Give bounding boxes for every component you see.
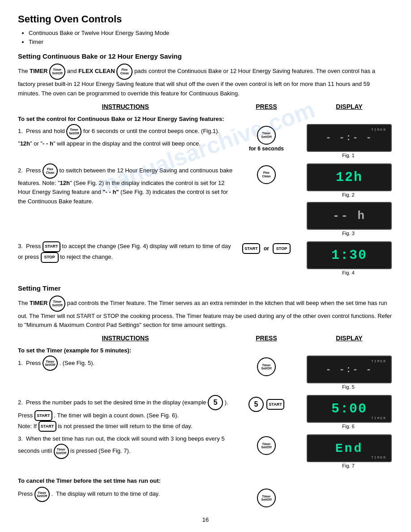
cancel-title: To cancel the Timer before the set time … xyxy=(18,477,161,484)
section2-step3: 3. When the set time has run out, the cl… xyxy=(18,434,233,459)
timer-btn-press-cancel: TimerSet/Off xyxy=(257,489,276,507)
section2-step2: 2. Press the number pads to set the desi… xyxy=(18,395,233,432)
bullet-item: Continuous Bake or Twelve Hour Energy Sa… xyxy=(29,29,393,38)
page-number: 16 xyxy=(18,516,393,523)
page-title: Setting Oven Controls xyxy=(18,13,393,25)
press-timer-step3: TimerSet/Off xyxy=(237,434,295,455)
start-btn-ts2: START xyxy=(34,410,52,421)
section1-step1: 1. Press and hold TimerSet/Off for 6 sec… xyxy=(18,124,233,149)
press-header: PRESS xyxy=(237,103,295,110)
fig5-label: TIMER xyxy=(371,359,386,363)
cancel-text: Press TimerSet/Off . The display will re… xyxy=(18,487,233,502)
timer-button-inline: TimerSet/Off xyxy=(49,64,65,80)
fig4-screen: 1:30 xyxy=(307,241,392,269)
fig7-caption: Fig. 7 xyxy=(342,463,356,468)
section2-intro: The TIMER TimerSet/Off pad controls the … xyxy=(18,296,393,330)
stop-btn-press3: STOP xyxy=(273,243,291,254)
section1-instructions-title: To set the control for Continuous Bake o… xyxy=(18,116,233,122)
section1-step2: 2. Press FlexClean to switch between the… xyxy=(18,163,233,206)
press-timer-step1: TimerSet/Off xyxy=(237,356,295,376)
timer-btn-cancel: TimerSet/Off xyxy=(34,487,50,502)
stop-btn-s3: STOP xyxy=(41,252,59,263)
instructions-header2: INSTRUCTIONS xyxy=(18,335,233,342)
fig5-caption: Fig. 5 xyxy=(342,384,356,390)
bullet-item: Timer xyxy=(29,38,393,47)
section1-intro: The TIMER TimerSet/Off and FLEX CLEAN Fl… xyxy=(18,64,393,99)
timer-btn-ts3: TimerSet/Off xyxy=(54,444,69,459)
timer-btn-press-t1: TimerSet/Off xyxy=(257,357,276,376)
start-btn-press3: START xyxy=(242,243,260,254)
start-btn-ts2-note: START xyxy=(39,421,56,432)
fig3-text: -- h xyxy=(333,209,366,223)
fig6-screen: TIMER 5:00 xyxy=(307,395,392,423)
display-fig4: 1:30 Fig. 4 xyxy=(300,241,398,278)
fig4-text: 1:30 xyxy=(331,248,367,263)
start-btn-press-t2: START xyxy=(266,399,284,410)
fig2-screen: 12h xyxy=(307,163,392,191)
press-step2: FlexClean xyxy=(237,163,295,184)
press-step1-label: for 6 seconds xyxy=(249,146,284,152)
fig1-label: TIMER xyxy=(371,128,386,132)
display-fig2-3: 12h Fig. 2 -- h Fig. 3 xyxy=(300,163,398,239)
cancel-section: To cancel the Timer before the set time … xyxy=(18,477,398,484)
press-timer-step2: 5 START xyxy=(237,395,295,412)
display-fig6: TIMER 5:00 Fig. 6 xyxy=(300,395,398,432)
fig6-caption: Fig. 6 xyxy=(342,424,356,429)
fig4-caption: Fig. 4 xyxy=(342,270,356,275)
flexclean-btn-press2: FlexClean xyxy=(257,165,276,184)
or-label: or xyxy=(264,245,269,252)
press-step1: TimerSet/Off for 6 seconds xyxy=(237,124,295,152)
number-5-press: 5 xyxy=(248,397,264,412)
press-cancel: TimerSet/Off xyxy=(237,487,295,507)
fig1-caption: Fig. 1 xyxy=(342,153,356,158)
display-fig7: TIMER End Fig. 7 xyxy=(300,434,398,471)
fig5-text: - -:- - xyxy=(325,365,372,375)
timer-btn-press1: TimerSet/Off xyxy=(257,126,276,145)
instructions-header: INSTRUCTIONS xyxy=(18,103,233,110)
display-fig1: TIMER - -:- - Fig. 1 xyxy=(300,124,398,161)
fig7-text: End xyxy=(335,442,363,455)
section1-title: Setting Continuous Bake or 12 Hour Energ… xyxy=(18,52,393,60)
fig7-screen: TIMER End xyxy=(307,434,392,462)
timer-btn-press-t3: TimerSet/Off xyxy=(257,436,276,455)
fig6-label: TIMER xyxy=(371,416,386,420)
fig7-label: TIMER xyxy=(371,455,386,459)
display-header2: DISPLAY xyxy=(300,335,398,342)
timer-btn-s1: TimerSet/Off xyxy=(66,124,81,139)
timer-btn-ts1: TimerSet/Off xyxy=(43,356,58,371)
flexclean-button-inline: FlexClean xyxy=(116,64,133,80)
flexclean-btn-s2: FlexClean xyxy=(43,163,58,179)
section2-instructions-title: To set the Timer (example for 5 minutes)… xyxy=(18,347,233,354)
timer-btn-s2intro: TimerSet/Off xyxy=(49,296,65,312)
fig1-text: - -:- - xyxy=(325,133,372,143)
fig6-text: 5:00 xyxy=(331,401,367,416)
fig2-text: 12h xyxy=(336,170,363,185)
section1-step3: 3. Press START to accept the change (See… xyxy=(18,241,233,263)
section2-title: Setting Timer xyxy=(18,284,393,292)
press-step3: START or STOP xyxy=(237,241,295,254)
fig3-caption: Fig. 3 xyxy=(342,231,356,236)
fig5-screen: TIMER - -:- - xyxy=(307,356,392,383)
fig1-screen: TIMER - -:- - xyxy=(307,124,392,152)
display-header: DISPLAY xyxy=(300,103,398,110)
section2-step1: 1. Press TimerSet/Off . (See Fig. 5). xyxy=(18,356,233,371)
intro-bullets: Continuous Bake or Twelve Hour Energy Sa… xyxy=(29,29,393,46)
start-btn-s3: START xyxy=(43,241,60,252)
fig3-screen: -- h xyxy=(307,202,392,230)
number-5-btn: 5 xyxy=(208,395,223,410)
press-header2: PRESS xyxy=(237,335,295,342)
fig2-caption: Fig. 2 xyxy=(342,192,356,197)
display-fig5: TIMER - -:- - Fig. 5 xyxy=(300,356,398,392)
